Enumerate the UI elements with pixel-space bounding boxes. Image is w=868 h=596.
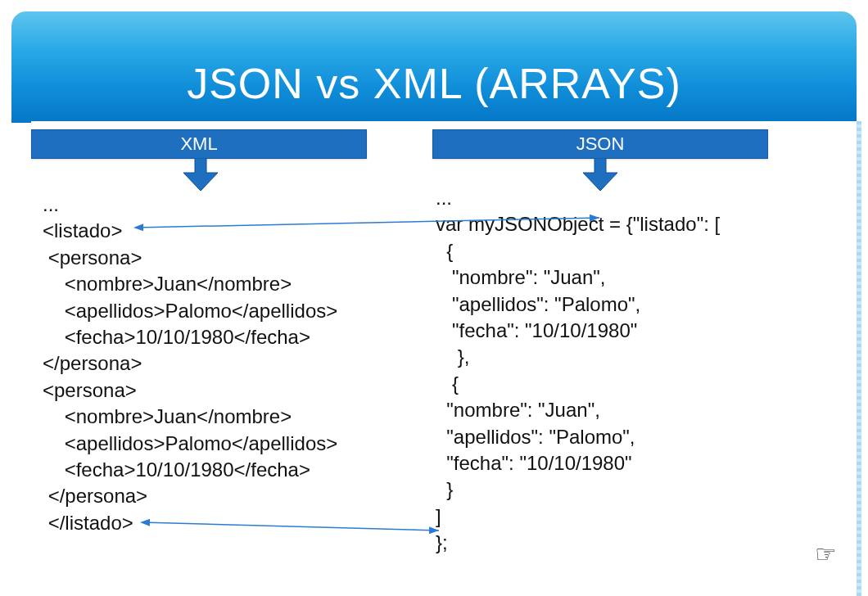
json-code-block: ... var myJSONObject = {"listado": [ { "…	[436, 185, 720, 556]
column-header-json: JSON	[432, 129, 768, 159]
content-area: XML JSON ... <listado> <persona> <nombre…	[31, 121, 857, 596]
column-header-xml: XML	[31, 129, 367, 159]
slide: JSON vs XML (ARRAYS) XML JSON ... <lista…	[0, 0, 868, 596]
column-header-json-label: JSON	[576, 133, 625, 155]
arrow-down-icon	[182, 158, 219, 191]
xml-code-block: ... <listado> <persona> <nombre>Juan</no…	[43, 192, 337, 536]
pointing-hand-icon: ☞	[815, 540, 837, 568]
slide-title: JSON vs XML (ARRAYS)	[0, 59, 868, 108]
column-header-xml-label: XML	[180, 133, 217, 155]
